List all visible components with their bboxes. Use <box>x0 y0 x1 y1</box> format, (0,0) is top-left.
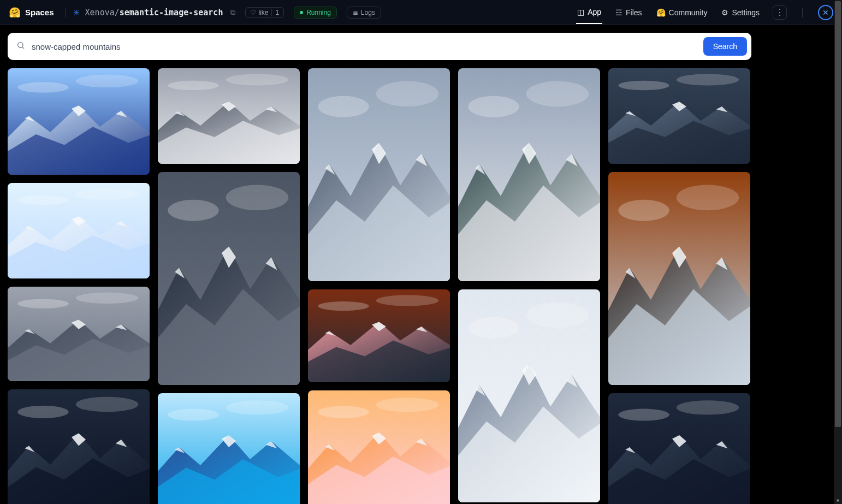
community-icon: 🤗 <box>656 8 666 17</box>
top-navigation-bar: 🤗 Spaces ✳ Xenova/semantic-image-search … <box>0 0 842 25</box>
copy-icon[interactable]: ⧉ <box>230 8 235 17</box>
image-result-tile[interactable] <box>158 68 300 164</box>
repo-name: semantic-image-search <box>120 8 223 17</box>
image-result-tile[interactable] <box>308 390 450 504</box>
svg-point-39 <box>618 81 669 91</box>
svg-point-6 <box>17 195 69 205</box>
gallery-column <box>308 68 450 504</box>
search-icon <box>16 41 25 52</box>
image-result-tile[interactable] <box>458 68 600 281</box>
image-result-tile[interactable] <box>8 389 150 504</box>
search-input[interactable] <box>32 42 697 51</box>
like-button[interactable]: ♡ like 1 <box>245 7 284 18</box>
tab-files-label: Files <box>626 8 642 17</box>
image-result-tile[interactable] <box>458 289 600 502</box>
logs-button[interactable]: ≣ Logs <box>347 7 381 19</box>
svg-point-3 <box>17 82 69 93</box>
tab-community[interactable]: 🤗 Community <box>655 2 709 23</box>
svg-point-21 <box>168 409 219 421</box>
heart-icon: ♡ <box>250 9 256 16</box>
scroll-down-arrow-icon[interactable]: ▼ <box>835 498 840 503</box>
svg-point-7 <box>76 189 138 200</box>
svg-point-0 <box>18 43 23 48</box>
svg-point-19 <box>226 185 288 210</box>
svg-point-4 <box>76 75 138 87</box>
svg-point-43 <box>677 185 739 210</box>
svg-point-10 <box>76 292 138 304</box>
search-bar: Search <box>8 33 751 60</box>
gallery-column <box>8 68 150 504</box>
tab-community-label: Community <box>669 8 708 17</box>
image-result-tile[interactable] <box>8 183 150 278</box>
svg-point-42 <box>618 200 669 221</box>
image-result-tile[interactable] <box>608 68 750 164</box>
more-menu-button[interactable]: ⋮ <box>773 5 787 20</box>
repo-path[interactable]: Xenova/semantic-image-search <box>85 8 223 17</box>
svg-point-9 <box>17 299 69 308</box>
huggingface-logo-icon[interactable]: 🤗 <box>9 7 21 19</box>
topbar-right-group: ◫ App ☲ Files 🤗 Community ⚙ Settings ⋮ ✕ <box>576 1 833 24</box>
logs-label: Logs <box>361 9 375 16</box>
svg-line-1 <box>22 47 24 49</box>
image-result-tile[interactable] <box>308 68 450 281</box>
svg-point-22 <box>226 400 288 414</box>
svg-point-36 <box>468 317 519 339</box>
svg-point-12 <box>17 406 69 418</box>
svg-point-31 <box>376 398 438 412</box>
status-label: Running <box>306 9 331 16</box>
image-result-tile[interactable] <box>608 393 750 504</box>
like-label: like <box>258 9 268 16</box>
image-result-tile[interactable] <box>308 289 450 382</box>
logs-icon: ≣ <box>353 9 358 16</box>
svg-point-46 <box>677 400 739 414</box>
svg-point-25 <box>376 81 438 106</box>
svg-point-27 <box>318 301 369 311</box>
image-results-gallery <box>8 68 751 504</box>
image-result-tile[interactable] <box>158 393 300 504</box>
status-dot-icon <box>300 11 303 14</box>
tab-app-label: App <box>588 8 601 16</box>
status-badge[interactable]: Running <box>294 7 337 19</box>
vertical-scrollbar[interactable]: ▼ <box>834 0 842 504</box>
files-icon: ☲ <box>615 8 622 17</box>
tab-settings-label: Settings <box>732 8 760 17</box>
user-avatar[interactable]: ✕ <box>818 5 833 20</box>
gallery-column <box>458 68 600 504</box>
svg-point-30 <box>318 406 369 418</box>
svg-point-45 <box>618 409 669 421</box>
svg-point-16 <box>226 74 288 86</box>
svg-point-40 <box>677 74 739 86</box>
gallery-column <box>158 68 300 504</box>
tab-app[interactable]: ◫ App <box>576 1 602 24</box>
divider <box>802 8 803 17</box>
topbar-left-group: 🤗 Spaces ✳ Xenova/semantic-image-search … <box>9 7 381 19</box>
dots-vertical-icon: ⋮ <box>775 7 784 17</box>
tab-settings[interactable]: ⚙ Settings <box>720 2 761 23</box>
repo-owner: Xenova <box>85 8 115 17</box>
scrollbar-thumb[interactable] <box>835 1 841 427</box>
repo-slash: / <box>115 8 120 17</box>
gear-icon: ⚙ <box>721 8 728 17</box>
image-result-tile[interactable] <box>8 287 150 381</box>
image-result-tile[interactable] <box>608 172 750 385</box>
app-content-frame: Search <box>0 25 759 504</box>
spaces-label[interactable]: Spaces <box>25 8 54 17</box>
svg-point-24 <box>318 96 369 117</box>
svg-point-13 <box>76 397 138 412</box>
image-result-tile[interactable] <box>158 172 300 385</box>
image-result-tile[interactable] <box>8 68 150 175</box>
svg-point-37 <box>526 302 589 328</box>
tab-files[interactable]: ☲ Files <box>614 2 643 23</box>
gallery-column <box>608 68 750 504</box>
svg-point-15 <box>168 81 219 91</box>
svg-point-18 <box>168 200 219 221</box>
divider <box>65 8 66 17</box>
like-count: 1 <box>271 9 279 16</box>
svg-point-34 <box>526 81 589 106</box>
avatar-glyph-icon: ✕ <box>822 8 829 17</box>
search-button[interactable]: Search <box>703 37 747 56</box>
svg-point-33 <box>468 96 519 117</box>
space-type-icon: ✳ <box>73 8 80 17</box>
app-icon: ◫ <box>577 8 584 16</box>
svg-point-28 <box>376 295 438 306</box>
